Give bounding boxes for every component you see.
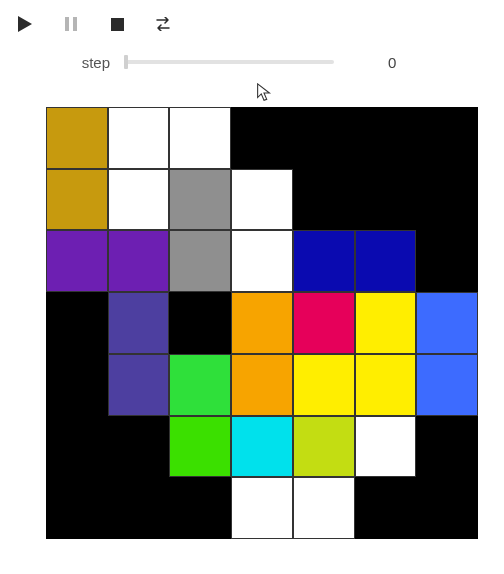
grid-cell (416, 416, 478, 478)
grid-cell (355, 416, 417, 478)
grid-cell (169, 107, 231, 169)
loop-icon (154, 17, 172, 31)
grid-cell (169, 169, 231, 231)
grid-cell (231, 230, 293, 292)
grid-cell (293, 107, 355, 169)
grid-cell (46, 169, 108, 231)
playback-toolbar (10, 15, 494, 33)
grid-cell (231, 416, 293, 478)
grid-cell (46, 107, 108, 169)
grid-cell (293, 354, 355, 416)
loop-button[interactable] (154, 15, 172, 33)
grid-cell (293, 169, 355, 231)
grid-cell (108, 354, 170, 416)
step-label: step (70, 54, 110, 71)
step-slider-row: step 0 (10, 53, 494, 71)
svg-rect-0 (65, 17, 69, 31)
grid-cell (46, 292, 108, 354)
slider-thumb[interactable] (124, 55, 128, 69)
cursor-icon (256, 83, 272, 103)
pause-icon (65, 17, 77, 31)
grid-cell (355, 107, 417, 169)
grid-cell (293, 477, 355, 539)
grid-cell (108, 169, 170, 231)
grid-cell (231, 107, 293, 169)
svg-rect-2 (111, 18, 124, 31)
grid-cell (169, 416, 231, 478)
step-slider[interactable] (124, 53, 334, 71)
grid-cell (416, 354, 478, 416)
grid-cell (355, 230, 417, 292)
cursor-overlay (10, 83, 494, 105)
grid-cell (293, 230, 355, 292)
grid-cell (231, 169, 293, 231)
grid-cell (169, 354, 231, 416)
grid-cell (416, 477, 478, 539)
grid-cell (46, 354, 108, 416)
color-grid (46, 107, 478, 539)
grid-cell (169, 477, 231, 539)
grid-cell (416, 169, 478, 231)
pause-button[interactable] (62, 15, 80, 33)
grid-cell (355, 354, 417, 416)
grid-cell (416, 107, 478, 169)
grid-cell (169, 230, 231, 292)
grid-cell (108, 292, 170, 354)
grid-cell (416, 292, 478, 354)
svg-rect-1 (73, 17, 77, 31)
play-icon (18, 16, 32, 32)
grid-cell (416, 230, 478, 292)
grid-container (10, 107, 494, 539)
grid-cell (169, 292, 231, 354)
grid-cell (231, 477, 293, 539)
grid-cell (108, 416, 170, 478)
grid-cell (231, 292, 293, 354)
stop-button[interactable] (108, 15, 126, 33)
grid-cell (355, 477, 417, 539)
grid-cell (46, 477, 108, 539)
grid-cell (108, 107, 170, 169)
grid-cell (355, 169, 417, 231)
grid-cell (46, 230, 108, 292)
grid-cell (108, 230, 170, 292)
stop-icon (111, 18, 124, 31)
play-button[interactable] (16, 15, 34, 33)
step-value: 0 (388, 54, 428, 71)
grid-cell (46, 416, 108, 478)
grid-cell (293, 292, 355, 354)
slider-track (124, 60, 334, 64)
grid-cell (108, 477, 170, 539)
grid-cell (355, 292, 417, 354)
grid-cell (293, 416, 355, 478)
grid-cell (231, 354, 293, 416)
